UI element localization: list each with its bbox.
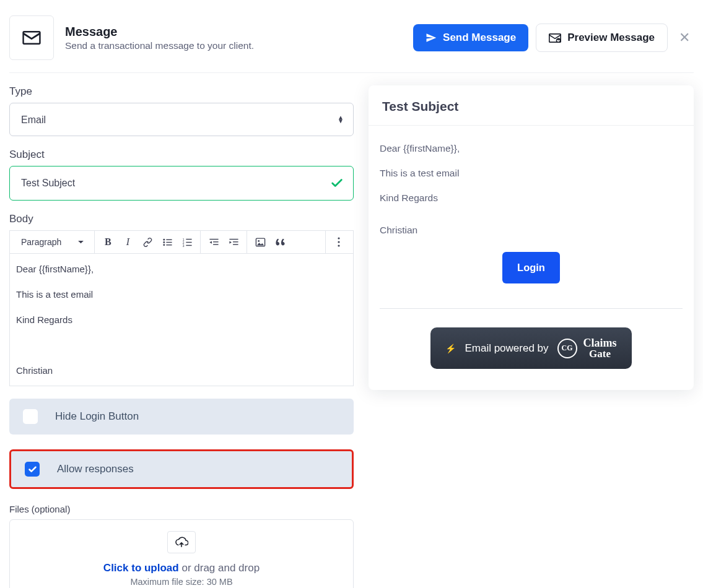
toolbar-divider bbox=[94, 231, 95, 253]
editor-body[interactable]: Dear {{firstName}}, This is a test email… bbox=[9, 254, 354, 386]
preview-icon bbox=[549, 33, 561, 43]
powered-by-badge: ⚡ Email powered by CG Claims Gate bbox=[430, 327, 631, 369]
editor-line: Kind Regards bbox=[16, 313, 347, 326]
bolt-icon: ⚡ bbox=[445, 344, 456, 353]
svg-text:1: 1 bbox=[183, 238, 185, 241]
body-label: Body bbox=[9, 213, 354, 225]
svg-rect-4 bbox=[166, 239, 172, 240]
send-icon bbox=[426, 32, 437, 43]
page-header: Message Send a transactional message to … bbox=[9, 9, 694, 73]
hide-login-row: Hide Login Button bbox=[9, 399, 354, 435]
editor-line: Dear {{firstName}}, bbox=[16, 262, 347, 275]
indent-icon bbox=[229, 237, 239, 248]
toolbar-bold-button[interactable]: B bbox=[98, 233, 117, 251]
toolbar-bullet-list-button[interactable] bbox=[158, 233, 177, 251]
toolbar-number-list-button[interactable]: 123 bbox=[178, 233, 196, 251]
toolbar-divider bbox=[325, 231, 326, 253]
svg-point-2 bbox=[163, 241, 165, 243]
editor-line: Christian bbox=[16, 364, 347, 377]
type-select[interactable]: Email bbox=[9, 103, 354, 136]
chevron-down-icon bbox=[77, 240, 84, 244]
preview-message-label: Preview Message bbox=[567, 32, 655, 44]
login-button[interactable]: Login bbox=[502, 252, 560, 283]
allow-responses-label: Allow responses bbox=[57, 463, 134, 475]
upload-icon bbox=[175, 537, 188, 548]
more-icon bbox=[338, 237, 340, 247]
svg-rect-12 bbox=[186, 244, 191, 245]
image-icon bbox=[255, 237, 266, 248]
preview-line: Dear {{firstName}}, bbox=[380, 143, 683, 154]
svg-rect-11 bbox=[186, 241, 191, 242]
upload-text: Click to upload or drag and drop bbox=[21, 562, 342, 574]
file-upload-dropzone[interactable]: Click to upload or drag and drop Maximum… bbox=[9, 519, 354, 588]
svg-point-23 bbox=[338, 244, 339, 246]
close-icon[interactable]: ✕ bbox=[675, 26, 694, 50]
upload-subtext: Maximum file size: 30 MB bbox=[21, 577, 342, 587]
powered-by-text: Email powered by bbox=[465, 342, 548, 355]
svg-point-3 bbox=[163, 244, 165, 246]
svg-rect-17 bbox=[233, 241, 238, 242]
svg-rect-6 bbox=[166, 244, 172, 245]
svg-rect-13 bbox=[209, 238, 218, 239]
toolbar-outdent-button[interactable] bbox=[204, 233, 223, 251]
valid-check-icon bbox=[330, 176, 344, 190]
svg-rect-18 bbox=[233, 244, 238, 244]
svg-rect-16 bbox=[229, 238, 238, 239]
svg-rect-15 bbox=[213, 244, 219, 244]
upload-rest: or drag and drop bbox=[179, 562, 260, 574]
toolbar-paragraph-select[interactable]: Paragraph bbox=[15, 233, 90, 251]
subject-input[interactable] bbox=[9, 166, 354, 201]
toolbar-italic-button[interactable]: I bbox=[118, 233, 137, 251]
svg-point-1 bbox=[163, 238, 165, 240]
svg-point-21 bbox=[338, 237, 339, 239]
svg-rect-10 bbox=[186, 238, 191, 239]
preview-message-button[interactable]: Preview Message bbox=[536, 24, 668, 52]
page-title: Message bbox=[65, 25, 254, 39]
claims-gate-logo: CG Claims Gate bbox=[557, 337, 617, 359]
svg-point-22 bbox=[338, 241, 339, 243]
editor-line: This is a test email bbox=[16, 288, 347, 301]
files-label: Files (optional) bbox=[9, 504, 354, 514]
preview-line: Kind Regards bbox=[380, 192, 683, 204]
svg-rect-14 bbox=[213, 241, 219, 242]
send-message-label: Send Message bbox=[443, 32, 516, 44]
preview-line: This is a test email bbox=[380, 168, 683, 179]
allow-responses-checkbox[interactable] bbox=[25, 462, 40, 477]
toolbar-image-button[interactable] bbox=[251, 233, 269, 251]
svg-rect-5 bbox=[166, 241, 172, 242]
upload-link[interactable]: Click to upload bbox=[103, 562, 179, 574]
number-list-icon: 123 bbox=[182, 237, 193, 248]
toolbar-link-button[interactable] bbox=[138, 233, 157, 251]
hide-login-checkbox[interactable] bbox=[23, 409, 38, 424]
brand-top: Claims bbox=[583, 337, 617, 348]
brand-bottom: Gate bbox=[583, 348, 617, 359]
logo-initials: CG bbox=[557, 339, 577, 358]
subject-label: Subject bbox=[9, 149, 354, 161]
svg-text:2: 2 bbox=[183, 241, 185, 244]
editor-line bbox=[16, 339, 347, 352]
preview-subject: Test Subject bbox=[369, 85, 694, 126]
toolbar-divider bbox=[247, 231, 247, 253]
editor-toolbar: Paragraph B I 123 bbox=[9, 230, 354, 254]
allow-responses-row: Allow responses bbox=[9, 449, 354, 489]
link-icon bbox=[142, 237, 153, 248]
hide-login-label: Hide Login Button bbox=[55, 410, 139, 423]
quote-icon bbox=[275, 237, 286, 248]
toolbar-indent-button[interactable] bbox=[224, 233, 243, 251]
check-icon bbox=[28, 465, 37, 474]
toolbar-divider bbox=[200, 231, 201, 253]
svg-text:3: 3 bbox=[183, 244, 185, 247]
preview-divider bbox=[380, 308, 683, 309]
envelope-icon bbox=[22, 31, 41, 45]
page-subtitle: Send a transactional message to your cli… bbox=[65, 40, 254, 51]
outdent-icon bbox=[209, 237, 219, 248]
preview-line: Christian bbox=[380, 225, 683, 236]
preview-card: Test Subject Dear {{firstName}}, This is… bbox=[369, 85, 694, 390]
toolbar-more-button[interactable] bbox=[330, 233, 348, 251]
message-icon-box bbox=[9, 15, 54, 60]
send-message-button[interactable]: Send Message bbox=[413, 24, 528, 51]
type-label: Type bbox=[9, 85, 354, 98]
bullet-list-icon bbox=[162, 237, 173, 248]
svg-point-20 bbox=[258, 240, 260, 241]
toolbar-quote-button[interactable] bbox=[271, 233, 289, 251]
